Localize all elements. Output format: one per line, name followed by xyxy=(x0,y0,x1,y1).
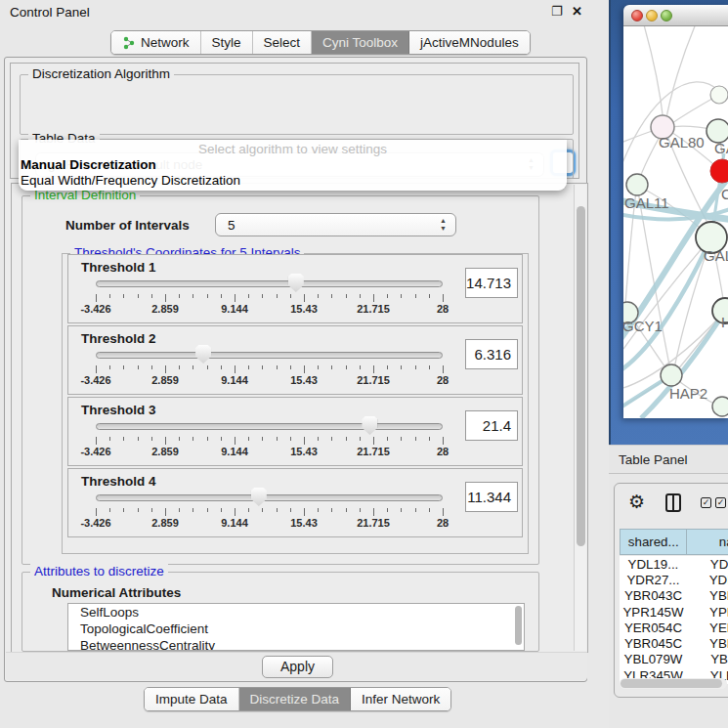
interval-definition-group: Interval Definition Number of Intervals … xyxy=(21,195,539,565)
slider-ticks xyxy=(96,508,443,517)
table-row[interactable]: YDR27...YDR2 xyxy=(620,572,728,587)
thresholds-group: Threshold's Coordinates for 5 Intervals … xyxy=(62,253,529,554)
node-label-gal4: GAL4 xyxy=(704,247,728,264)
discretization-algorithm-group: Discretization Algorithm xyxy=(20,74,574,135)
close-traffic-light[interactable] xyxy=(631,10,643,21)
column-header-shared[interactable]: shared... xyxy=(621,530,687,555)
network-node-selected-red[interactable] xyxy=(710,159,728,183)
slider-ticks xyxy=(96,365,443,374)
slider-thumb[interactable] xyxy=(251,488,267,506)
num-intervals-value: 5 xyxy=(228,218,236,233)
control-panel-titlebar: Control Panel ❐ ✕ xyxy=(0,0,609,23)
network-window-titlebar[interactable] xyxy=(623,5,728,26)
threshold-label: Threshold 4 xyxy=(81,474,156,489)
node-label-gal11: GAL11 xyxy=(624,194,669,211)
table-row[interactable]: YDL19...YDL1 xyxy=(620,556,728,572)
slider-track[interactable] xyxy=(96,352,443,359)
slider-thumb[interactable] xyxy=(362,416,377,435)
panel-scrollbar-thumb[interactable] xyxy=(577,206,585,546)
column-header-name[interactable]: na xyxy=(687,530,728,555)
table-row[interactable]: YBR045CYBR0 xyxy=(620,635,728,651)
network-canvas[interactable]: GAL80 GA C GAL11 GAL4 GCY1 H HAP2 xyxy=(623,26,728,418)
settings-scroll-panel: Interval Definition Number of Intervals … xyxy=(11,183,588,653)
network-node-hap2[interactable] xyxy=(661,364,682,386)
bottom-tab-bar: Impute Data Discretize Data Infer Networ… xyxy=(144,687,451,711)
threshold-label: Threshold 1 xyxy=(81,260,156,275)
algorithm-dropdown-popup: Select algorithm to view settings Manual… xyxy=(19,140,567,191)
tab-select[interactable]: Select xyxy=(253,31,313,54)
slider-track[interactable] xyxy=(96,494,443,501)
dropdown-option-manual[interactable]: Manual Discretization xyxy=(21,157,156,172)
network-node[interactable] xyxy=(712,397,728,416)
node-label-h: H xyxy=(721,314,728,330)
apply-button[interactable]: Apply xyxy=(262,656,333,678)
threshold-2-block: Threshold 2 -3.4262.8599.14415.4321.7152… xyxy=(67,325,523,395)
tab-label: Network xyxy=(141,35,190,50)
threshold-label: Threshold 2 xyxy=(81,331,156,346)
checkbox-icon[interactable]: ✓ xyxy=(701,497,711,508)
horizontal-scrollbar-thumb[interactable] xyxy=(621,679,722,688)
slider-track[interactable] xyxy=(96,280,443,287)
apply-strip: Apply xyxy=(6,652,587,680)
network-desktop: GAL80 GA C GAL11 GAL4 GCY1 H HAP2 xyxy=(609,0,728,445)
network-window: GAL80 GA C GAL11 GAL4 GCY1 H HAP2 xyxy=(623,5,728,418)
threshold-value-field[interactable]: 6.316 xyxy=(465,339,518,369)
right-workspace: GAL80 GA C GAL11 GAL4 GCY1 H HAP2 Table … xyxy=(609,0,728,728)
numerical-attributes-label: Numerical Attributes xyxy=(52,585,181,600)
threshold-3-block: Threshold 3 -3.4262.8599.14415.4321.7152… xyxy=(67,397,523,466)
dropdown-option-equal-width[interactable]: Equal Width/Frequency Discretization xyxy=(21,173,240,188)
slider-track[interactable] xyxy=(96,423,443,430)
group-title: Attributes to discretize xyxy=(30,564,168,578)
stepper-arrows-icon: ▲▼ xyxy=(440,217,447,233)
gene-table-body: YDL19...YDL1YDR27...YDR2YBR043CYBR0YPR14… xyxy=(620,556,728,684)
tab-network[interactable]: Network xyxy=(111,31,201,54)
zoom-traffic-light[interactable] xyxy=(661,10,672,21)
list-scrollbar-thumb[interactable] xyxy=(515,606,522,645)
num-intervals-select[interactable]: 5 ▲▼ xyxy=(215,213,456,236)
split-columns-icon[interactable] xyxy=(665,493,681,512)
table-row[interactable]: YBR043CYBR0 xyxy=(620,588,728,604)
checkbox-icon[interactable]: ✓ xyxy=(715,497,726,508)
tab-impute-data[interactable]: Impute Data xyxy=(145,688,239,710)
slider-scale: -3.4262.8599.14415.4321.71528 xyxy=(96,374,443,388)
table-row[interactable]: YBL079WYBL0 xyxy=(620,652,728,667)
table-row[interactable]: YER054CYER0 xyxy=(620,620,728,635)
threshold-value-field[interactable]: 14.713 xyxy=(465,268,518,298)
tab-style[interactable]: Style xyxy=(201,31,253,54)
table-rows-viewport: YDL19...YDL1YDR27...YDR2YBR043CYBR0YPR14… xyxy=(620,556,728,684)
threshold-value-field[interactable]: 11.344 xyxy=(465,482,518,512)
minimize-traffic-light[interactable] xyxy=(646,10,658,21)
node-label-gcy1: GCY1 xyxy=(623,318,663,334)
tab-cyni-toolbox[interactable]: Cyni Toolbox xyxy=(312,31,409,54)
slider-ticks xyxy=(96,294,443,303)
tab-discretize-data[interactable]: Discretize Data xyxy=(239,688,352,710)
attributes-list: SelfLoops TopologicalCoefficient Between… xyxy=(67,603,525,651)
control-panel: Control Panel ❐ ✕ Network Style Select C… xyxy=(0,0,609,728)
dropdown-hint[interactable]: Select algorithm to view settings xyxy=(19,142,567,156)
slider-thumb[interactable] xyxy=(288,274,304,292)
gear-icon[interactable]: ⚙ xyxy=(628,491,645,513)
list-item[interactable]: SelfLoops xyxy=(68,604,524,621)
threshold-label: Threshold 3 xyxy=(81,403,156,417)
network-node-gal11[interactable] xyxy=(626,174,648,195)
node-label-ga: GA xyxy=(714,140,728,156)
node-table-container: ⚙ ✓ ✓ shared... na YDL19...YDL1YDR27...Y… xyxy=(614,483,728,698)
horizontal-scrollbar[interactable] xyxy=(620,678,727,689)
tab-jactivemnodules[interactable]: jActiveMNodules xyxy=(409,31,530,54)
threshold-4-block: Threshold 4 -3.4262.8599.14415.4321.7152… xyxy=(67,468,523,537)
float-window-icon[interactable]: ❐ xyxy=(551,4,563,19)
table-panel-body: ⚙ ✓ ✓ shared... na YDL19...YDL1YDR27...Y… xyxy=(609,474,728,728)
tab-infer-network[interactable]: Infer Network xyxy=(351,688,450,710)
close-icon[interactable]: ✕ xyxy=(572,4,582,19)
group-title: Discretization Algorithm xyxy=(28,66,174,81)
panel-scrollbar[interactable] xyxy=(574,185,586,651)
slider-scale: -3.4262.8599.14415.4321.71528 xyxy=(96,446,443,459)
table-panel-header: Table Panel xyxy=(609,445,728,474)
slider-thumb[interactable] xyxy=(195,345,211,364)
list-item[interactable]: TopologicalCoefficient xyxy=(68,621,524,637)
table-row[interactable]: YPR145WYPR1 xyxy=(620,604,728,620)
node-label-gal80: GAL80 xyxy=(659,134,705,150)
threshold-value-field[interactable]: 21.4 xyxy=(465,410,518,441)
list-item[interactable]: BetweennessCentrality xyxy=(68,637,524,651)
network-node[interactable] xyxy=(710,86,728,104)
